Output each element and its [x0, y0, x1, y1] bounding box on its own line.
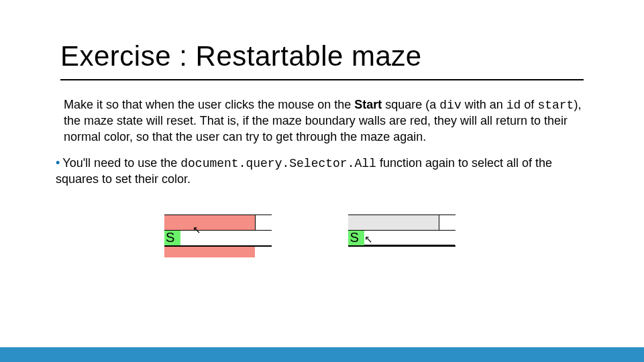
maze-row	[164, 215, 272, 231]
maze-cell	[164, 247, 180, 257]
p1-start: Start	[354, 98, 382, 111]
maze-cell	[164, 215, 180, 230]
maze-cell	[180, 215, 255, 230]
p1-t4: of	[521, 98, 537, 111]
bullet-dot-icon: •	[56, 157, 60, 169]
maze-row	[348, 215, 455, 231]
maze-illustrations: S ↖ S ↖	[164, 215, 455, 257]
p1-t3: with an	[462, 98, 506, 111]
maze-cell	[439, 215, 455, 230]
maze-row: S	[164, 231, 272, 247]
p1-t2: square (a	[382, 98, 439, 111]
start-square[interactable]: S	[348, 231, 364, 245]
maze-cell	[364, 231, 455, 245]
start-square[interactable]: S	[164, 231, 180, 245]
maze-before: S ↖	[164, 215, 272, 257]
paragraph-1: Make it so that when the user clicks the…	[64, 97, 594, 145]
title-underline	[60, 79, 584, 80]
p1-t1: Make it so that when the user clicks the…	[64, 98, 354, 111]
p1-code-div: div	[439, 99, 461, 112]
p1-code-start: start	[537, 99, 574, 112]
maze-cell	[348, 215, 364, 230]
maze-row	[164, 247, 272, 257]
footer-bar	[0, 347, 644, 362]
maze-cell	[180, 247, 255, 257]
maze-cell	[180, 231, 271, 245]
bullet-1: •You'll need to use the document.query.S…	[56, 156, 592, 186]
maze-cell	[255, 247, 271, 257]
maze-cell	[364, 215, 439, 230]
b1-code: document.query.Selector.All	[180, 157, 376, 170]
p1-code-id: id	[506, 99, 521, 112]
maze-row: S	[348, 231, 455, 247]
b1-t1: You'll need to use the	[62, 156, 180, 170]
maze-after: S ↖	[348, 215, 455, 247]
slide: Exercise : Restartable maze Make it so t…	[0, 0, 644, 362]
maze-cell	[256, 215, 272, 230]
page-title: Exercise : Restartable maze	[60, 40, 422, 72]
